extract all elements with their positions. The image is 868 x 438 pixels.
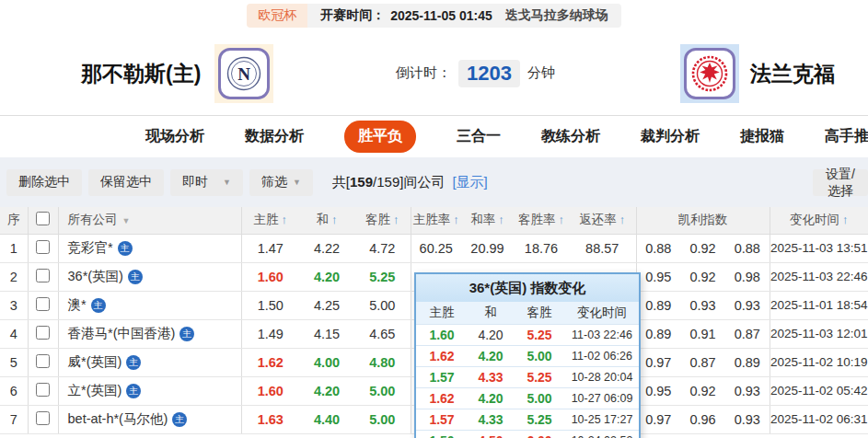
company-name: 威*(英国) [68, 354, 122, 369]
popup-home-odds: 1.60 [416, 328, 468, 342]
col-draw[interactable]: 和↑ [299, 207, 354, 234]
row-checkbox[interactable] [36, 297, 50, 311]
nav-tabs: 现场分析数据分析胜平负三合一教练分析裁判分析捷报猫高手推荐 [0, 116, 868, 157]
row-checkbox[interactable] [36, 269, 50, 282]
home-team-name: 那不勒斯(主) [81, 59, 201, 87]
away-team-name: 法兰克福 [750, 59, 835, 87]
popup-away-odds: 5.25 [514, 370, 565, 385]
row-seq: 4 [0, 319, 28, 348]
sort-up-icon: ↑ [453, 213, 459, 226]
filter-dropdown[interactable]: 筛选 ▼ [249, 169, 313, 196]
popup-header-row: 主胜 和 客胜 变化时间 [416, 302, 639, 324]
popup-draw-odds: 4.20 [468, 391, 514, 406]
company-cell: bet-at-h*(马尔他)主 [58, 405, 241, 433]
kelly-cell: 0.93 [680, 291, 725, 319]
company-count-text: 共[159/159]间公司 [332, 174, 446, 191]
col-return-rate[interactable]: 返还率↑ [569, 207, 636, 234]
odds-cell: 4.80 [354, 348, 411, 376]
sort-up-icon: ↑ [282, 213, 288, 226]
show-link[interactable]: [显示] [452, 174, 487, 191]
col-away-win[interactable]: 客胜↑ [354, 207, 411, 234]
home-team-logo: N [214, 44, 273, 103]
table-row[interactable]: 1竞彩官*主1.474.224.7260.2520.9918.7688.570.… [0, 234, 868, 262]
col-seq: 序 [0, 207, 28, 234]
row-select-cell [28, 262, 58, 291]
nav-tab[interactable]: 裁判分析 [641, 127, 700, 146]
chevron-down-icon: ▼ [223, 178, 231, 187]
change-time-cell: 2025-11-03 13:51 [770, 234, 868, 262]
odds-cell: 4.22 [299, 234, 354, 262]
row-checkbox[interactable] [36, 354, 50, 368]
kelly-cell: 0.92 [680, 376, 725, 405]
odds-cell: 1.63 [241, 405, 299, 433]
nav-tab[interactable]: 捷报猫 [740, 127, 784, 146]
row-checkbox[interactable] [36, 383, 50, 397]
odds-cell: 1.49 [241, 319, 299, 348]
sort-up-icon: ↑ [842, 213, 849, 226]
nav-tab[interactable]: 三合一 [457, 127, 501, 146]
kelly-cell: 0.88 [725, 234, 770, 262]
popup-change-time: 11-03 22:46 [565, 328, 639, 341]
col-draw-rate[interactable]: 和率↑ [461, 207, 514, 234]
change-time-cell: 2025-11-02 05:42 [770, 376, 868, 405]
popup-rows: 1.604.205.2511-03 22:461.624.205.0011-02… [416, 324, 639, 438]
odds-cell: 5.25 [354, 262, 411, 291]
filter-dropdown-label: 筛选 [261, 174, 287, 190]
col-home-win[interactable]: 主胜↑ [241, 207, 299, 234]
rate-cell: 88.57 [569, 234, 636, 262]
kickoff-info: 开赛时间： 2025-11-05 01:45 迭戈马拉多纳球场 [307, 4, 621, 28]
popup-home-odds: 1.50 [416, 433, 468, 438]
row-checkbox[interactable] [36, 240, 50, 254]
napoli-crest-icon: N [218, 48, 270, 99]
popup-odds-row: 1.624.205.0010-27 06:09 [416, 387, 639, 409]
nav-tab[interactable]: 教练分析 [541, 127, 600, 146]
col-change-time[interactable]: 变化时间↑ [770, 207, 868, 234]
popup-change-time: 10-27 06:09 [565, 392, 639, 405]
col-company[interactable]: 所有公司▼ [58, 207, 241, 234]
delete-selected-button[interactable]: 删除选中 [6, 169, 82, 196]
odds-cell: 5.00 [354, 291, 411, 319]
odds-cell: 5.00 [354, 376, 411, 405]
chevron-down-icon: ▼ [122, 216, 131, 225]
kelly-cell: 0.92 [680, 262, 725, 291]
company-name: 澳* [68, 297, 87, 312]
kelly-cell: 0.95 [636, 262, 680, 291]
svg-text:N: N [237, 64, 250, 84]
popup-odds-row: 1.574.335.2510-28 20:04 [416, 366, 639, 387]
odds-cell: 1.60 [241, 262, 299, 291]
countdown-unit: 分钟 [527, 64, 555, 82]
live-dropdown[interactable]: 即时 ▼ [170, 169, 243, 196]
change-time-cell: 2025-11-02 06:31 [770, 405, 868, 433]
company-cell: 36*(英国)主 [58, 262, 241, 291]
match-info-badge: 欧冠杯 开赛时间： 2025-11-05 01:45 迭戈马拉多纳球场 [247, 4, 621, 28]
nav-tab[interactable]: 高手推荐 [825, 127, 868, 146]
col-kelly: 凯利指数 [636, 207, 770, 234]
col-home-rate[interactable]: 主胜率↑ [411, 207, 461, 234]
company-cell: 竞彩官*主 [58, 234, 241, 262]
kelly-cell: 0.98 [725, 262, 770, 291]
row-checkbox[interactable] [36, 411, 50, 425]
select-all-checkbox[interactable] [36, 212, 50, 225]
popup-col-home: 主胜 [416, 305, 468, 321]
frankfurt-crest-icon [684, 48, 735, 99]
odds-cell: 4.25 [299, 291, 354, 319]
row-checkbox[interactable] [36, 326, 50, 340]
nav-tab[interactable]: 现场分析 [145, 127, 204, 146]
kelly-cell: 0.97 [636, 348, 680, 376]
nav-tab[interactable]: 数据分析 [245, 127, 304, 146]
kickoff-time: 2025-11-05 01:45 [390, 8, 492, 23]
popup-draw-odds: 4.20 [468, 349, 514, 363]
row-seq: 5 [0, 348, 28, 376]
kelly-cell: 0.97 [636, 405, 680, 433]
popup-change-time: 11-02 06:26 [565, 350, 639, 363]
keep-selected-button[interactable]: 保留选中 [88, 169, 164, 196]
settings-button[interactable]: 设置/选择 [813, 169, 868, 196]
col-away-rate[interactable]: 客胜率↑ [514, 207, 569, 234]
odds-cell: 1.62 [241, 348, 299, 376]
popup-draw-odds: 4.33 [468, 412, 514, 427]
odds-page: 欧冠杯 开赛时间： 2025-11-05 01:45 迭戈马拉多纳球场 那不勒斯… [0, 0, 868, 438]
company-name: 竞彩官* [68, 240, 113, 255]
nav-tab[interactable]: 胜平负 [344, 121, 416, 153]
kelly-cell: 0.96 [680, 405, 725, 433]
popup-title: 36*(英国) 指数变化 [416, 274, 639, 302]
